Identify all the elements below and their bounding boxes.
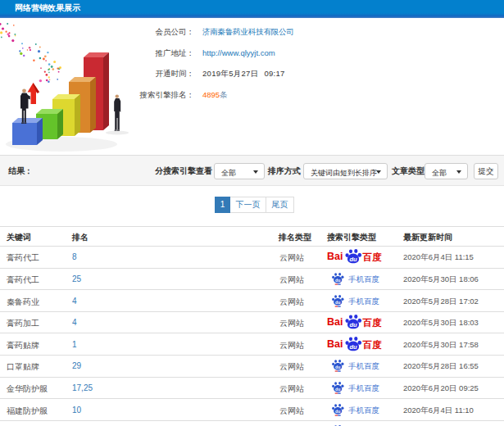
svg-text:du: du bbox=[349, 321, 357, 329]
svg-text:du: du bbox=[335, 278, 340, 283]
svg-text:du: du bbox=[335, 365, 340, 369]
svg-text:du: du bbox=[335, 409, 340, 414]
svg-text:du: du bbox=[335, 387, 340, 392]
svg-text:du: du bbox=[349, 256, 357, 263]
svg-text:du: du bbox=[349, 343, 357, 351]
svg-text:du: du bbox=[335, 300, 340, 305]
